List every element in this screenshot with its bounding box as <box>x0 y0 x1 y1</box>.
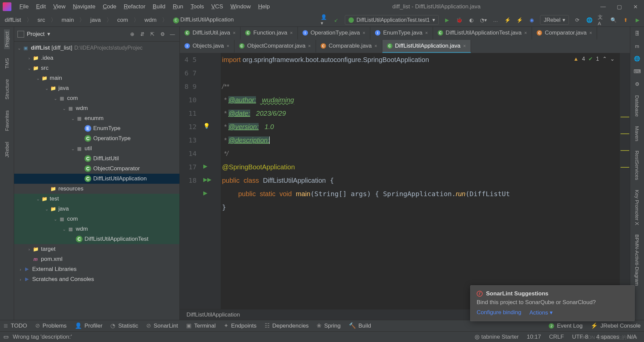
editor-tab[interactable]: IOperationType.java× <box>298 27 371 40</box>
right-tool-maven[interactable]: Maven <box>634 124 640 143</box>
bulb-icon[interactable]: 💡 <box>203 123 210 129</box>
tree-node[interactable]: ⌄▦com <box>14 214 179 224</box>
tree-node[interactable]: CDiffListUtil <box>14 154 179 164</box>
menu-build[interactable]: Build <box>149 2 169 11</box>
breadcrumb-item[interactable]: CDiffListUtilApplication <box>171 16 236 24</box>
close-tab-icon[interactable]: × <box>589 30 592 36</box>
left-tool-tms[interactable]: TMS <box>4 56 10 71</box>
vcs-update-icon[interactable]: ↙ <box>333 16 340 24</box>
close-tab-icon[interactable]: × <box>463 43 466 49</box>
select-opened-icon[interactable]: ⊕ <box>128 31 136 38</box>
tree-node[interactable]: ⌄▦util <box>14 144 179 154</box>
code-area[interactable]: 4 5 6 7 8 9 10 11 12 13 14 17 18 💡 ▶ ▶▶ … <box>180 53 630 309</box>
tw-sonarlint[interactable]: ⊘SonarLint <box>146 322 178 329</box>
jrebel-selector[interactable]: JRebel▾ <box>540 15 569 25</box>
tree-root[interactable]: ⌄▣diffList [diff_list]D:\IDEAProjects\st… <box>14 43 179 53</box>
tree-node[interactable]: ⌄📁java <box>14 83 179 93</box>
right-tool-database[interactable]: Database <box>634 93 640 119</box>
right-tool-icon[interactable]: 🗄 <box>634 30 641 37</box>
line-separator[interactable]: CRLF <box>549 334 564 340</box>
event-log[interactable]: 2Event Log <box>549 323 583 329</box>
project-tree[interactable]: ⌄▣diffList [diff_list]D:\IDEAProjects\st… <box>14 42 179 320</box>
tw-statistic[interactable]: ◔Statistic <box>110 322 138 329</box>
menu-file[interactable]: File <box>16 2 32 11</box>
gear-icon[interactable]: ⚙ <box>159 31 166 38</box>
run-main-icon[interactable]: ▶▶ <box>203 176 210 183</box>
editor-tab[interactable]: CComparable.java× <box>316 40 382 53</box>
close-icon[interactable]: ✕ <box>632 4 639 10</box>
tree-node[interactable]: ›📁.idea <box>14 53 179 63</box>
search-icon[interactable]: 🔍 <box>610 16 617 24</box>
right-tool-icon[interactable]: 🌐 <box>634 55 641 62</box>
close-tab-icon[interactable]: × <box>233 30 235 36</box>
left-tool-jrebel[interactable]: JRebel <box>4 140 10 160</box>
tree-node[interactable]: ›📁target <box>14 244 179 254</box>
right-tool-bpmn-activiti-diagram[interactable]: BPMN-Activiti-Diagram <box>634 232 640 288</box>
tree-node[interactable]: ⌄📁src <box>14 63 179 73</box>
tree-node[interactable]: ⌄▦com <box>14 93 179 103</box>
close-tab-icon[interactable]: × <box>363 30 365 36</box>
tree-node[interactable]: CObjectComparator <box>14 164 179 174</box>
add-user-icon[interactable]: 👤▾ <box>321 16 328 24</box>
tree-ext_libs[interactable]: ›⫸External Libraries <box>14 264 179 274</box>
menu-edit[interactable]: Edit <box>33 2 49 11</box>
menu-code[interactable]: Code <box>99 2 120 11</box>
debug-icon[interactable]: 🐞 <box>455 16 463 24</box>
tree-node[interactable]: ⌄📁test <box>14 194 179 204</box>
close-tab-icon[interactable]: × <box>290 30 292 36</box>
editor-tab[interactable]: CDiffListUtil.java× <box>180 27 240 40</box>
profile-icon[interactable]: ◔▾ <box>480 16 487 24</box>
tree-scratches[interactable]: ›⫸Scratches and Consoles <box>14 274 179 284</box>
tw-terminal[interactable]: ▣Terminal <box>186 322 216 329</box>
collapse-all-icon[interactable]: ⇱ <box>149 31 156 38</box>
tabnine-widget[interactable]: ◎ tabnine Starter <box>475 333 519 340</box>
tree-node[interactable]: CDiffListUtilApplication <box>14 174 179 184</box>
left-tool-structure[interactable]: Structure <box>4 77 10 102</box>
tw-spring[interactable]: ❀Spring <box>317 322 340 329</box>
tw-build[interactable]: 🔨Build <box>349 322 371 329</box>
tree-node[interactable]: mpom.xml <box>14 254 179 264</box>
close-tab-icon[interactable]: × <box>524 30 527 36</box>
jrebel-run-icon[interactable]: ⚡ <box>504 16 511 24</box>
minimize-icon[interactable]: — <box>600 4 606 10</box>
menu-run[interactable]: Run <box>169 2 186 11</box>
breadcrumb-item[interactable]: java <box>88 16 103 24</box>
chevron-down-icon[interactable]: ⌄ <box>610 56 614 62</box>
menu-help[interactable]: Help <box>255 2 273 11</box>
actions-link[interactable]: Actions ▾ <box>529 309 552 316</box>
menu-view[interactable]: View <box>50 2 69 11</box>
close-tab-icon[interactable]: × <box>374 43 377 49</box>
right-tool-icon[interactable]: ⌨ <box>634 68 641 75</box>
attach-icon[interactable]: … <box>492 16 499 24</box>
tree-node[interactable]: ⌄▦wdm <box>14 224 179 234</box>
left-tool-project[interactable]: Project <box>4 30 10 49</box>
maximize-icon[interactable]: ▢ <box>616 4 623 10</box>
right-tool-restservices[interactable]: RestServices <box>634 149 640 182</box>
editor-tab[interactable]: CDiffListUtilApplication.java× <box>382 40 471 53</box>
code-text[interactable]: import org.springframework.boot.autoconf… <box>221 53 630 309</box>
globe-icon[interactable]: 🌐 <box>586 16 593 24</box>
tw-problems[interactable]: ⊘Problems <box>35 322 67 329</box>
run-class-icon[interactable]: ▶ <box>203 163 210 170</box>
tree-node[interactable]: ⌄📁java <box>14 204 179 214</box>
tree-node[interactable]: ⌄▦wdm <box>14 103 179 113</box>
tree-node[interactable]: 📁resources <box>14 184 179 194</box>
tw-profiler[interactable]: 👤Profiler <box>75 322 103 329</box>
inspections-widget[interactable]: ▲4 ✔1 ⌃ ⌄ <box>571 55 616 63</box>
tree-node[interactable]: ⌄📁main <box>14 73 179 83</box>
right-tool-icon[interactable]: m <box>634 42 641 50</box>
breadcrumb-item[interactable]: wdm <box>143 16 159 24</box>
updates-icon[interactable]: ⬆ <box>622 16 629 24</box>
project-view-label[interactable]: Project <box>27 31 45 38</box>
run-line-icon[interactable]: ▶ <box>203 190 210 196</box>
breadcrumb-item[interactable]: src <box>36 16 47 24</box>
menu-vcs[interactable]: VCS <box>208 2 226 11</box>
menu-window[interactable]: Window <box>227 2 254 11</box>
translate-icon[interactable]: 文A <box>598 16 605 24</box>
tw-endpoints[interactable]: ✦Endpoints <box>224 322 257 329</box>
configure-binding-link[interactable]: Configure binding <box>477 309 521 316</box>
close-tab-icon[interactable]: × <box>308 43 311 49</box>
jrebel-console[interactable]: ⚡JRebel Console <box>591 322 641 329</box>
chevron-up-icon[interactable]: ⌃ <box>602 56 607 62</box>
jrebel-debug-icon[interactable]: ⚡ <box>516 16 523 24</box>
